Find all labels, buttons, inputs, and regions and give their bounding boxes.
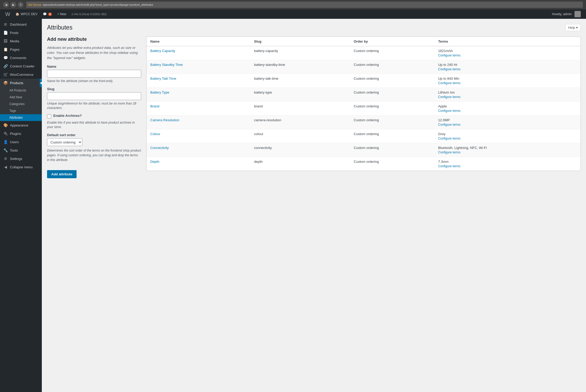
attr-name-link[interactable]: Connectivity bbox=[150, 146, 169, 150]
sidebar-item-plugins[interactable]: 🔌 Plugins bbox=[0, 129, 42, 138]
configure-terms-link[interactable]: Configure terms bbox=[438, 54, 460, 57]
configure-terms-link[interactable]: Configure terms bbox=[438, 109, 460, 113]
stats-text: 2.44s 8,341кв 0.0283s 98Q bbox=[71, 13, 106, 16]
sort-order-select[interactable]: Custom ordering Name Name (numeric) Term… bbox=[47, 138, 82, 146]
attr-slug-cell: brand bbox=[250, 101, 350, 115]
attr-name-link[interactable]: Camera Resolution bbox=[150, 118, 179, 122]
back-button[interactable]: ◀ bbox=[3, 2, 9, 8]
browser-nav[interactable]: ◀ ▶ ↻ bbox=[3, 2, 24, 8]
dashboard-icon: ⊞ bbox=[3, 22, 8, 26]
sidebar-item-comments[interactable]: 💬 Comments bbox=[0, 54, 42, 62]
attr-name-cell: Battery Standby Time bbox=[147, 60, 251, 74]
content-crawler-icon: 🔗 bbox=[3, 64, 8, 68]
attr-name-cell: Battery Talk Time bbox=[147, 74, 251, 88]
attr-terms-cell: 7.3mmConfigure terms bbox=[434, 157, 581, 171]
name-input[interactable] bbox=[47, 70, 141, 78]
sidebar-item-media[interactable]: 🖼 Media bbox=[0, 37, 42, 45]
sidebar-item-all-products[interactable]: All Products bbox=[0, 87, 42, 94]
wp-logo[interactable]: W bbox=[3, 11, 13, 17]
sidebar-item-users[interactable]: 👤 Users bbox=[0, 138, 42, 146]
attr-name-cell: Battery Capacity bbox=[147, 46, 251, 60]
terms-value: Up to 240 Hr bbox=[438, 63, 577, 67]
user-avatar bbox=[574, 11, 581, 17]
configure-terms-link[interactable]: Configure terms bbox=[438, 123, 460, 126]
sidebar-item-posts[interactable]: 📄 Posts bbox=[0, 28, 42, 37]
user-greeting[interactable]: Howdy, admin bbox=[549, 9, 583, 19]
sidebar-item-content-crawler[interactable]: 🔗 Content Crawler bbox=[0, 62, 42, 70]
howdy-text: Howdy, admin bbox=[552, 12, 572, 16]
attr-name-link[interactable]: Battery Type bbox=[150, 90, 169, 94]
configure-terms-link[interactable]: Configure terms bbox=[438, 137, 460, 140]
posts-icon: 📄 bbox=[3, 31, 8, 35]
sidebar-item-pages[interactable]: 📋 Pages bbox=[0, 45, 42, 54]
new-item[interactable]: + New bbox=[55, 9, 69, 19]
enable-archives-checkbox[interactable] bbox=[47, 114, 51, 118]
site-name: WPCC DEV bbox=[21, 12, 38, 16]
attr-slug-cell: battery-capacity bbox=[250, 46, 350, 60]
table-row: ColourcolourCustom orderingGreyConfigure… bbox=[147, 129, 581, 143]
pages-icon: 📋 bbox=[3, 47, 8, 51]
settings-icon: ⚙ bbox=[3, 157, 8, 161]
attr-name-link[interactable]: Battery Talk Time bbox=[150, 77, 176, 80]
attr-name-link[interactable]: Battery Capacity bbox=[150, 49, 175, 53]
sidebar-item-woocommerce[interactable]: 🛒 WooCommerce bbox=[0, 70, 42, 79]
add-attribute-button[interactable]: Add attribute bbox=[47, 170, 77, 178]
slug-label: Slug bbox=[47, 87, 141, 91]
attr-slug-cell: connectivity bbox=[250, 143, 350, 157]
site-name-item[interactable]: 🏠 WPCC DEV bbox=[13, 9, 40, 19]
sidebar-item-products[interactable]: 📦 Products ◀ bbox=[0, 79, 42, 87]
sort-order-field: Default sort order Custom ordering Name … bbox=[47, 133, 141, 162]
attr-name-cell: Connectivity bbox=[147, 143, 251, 157]
tools-icon: 🔧 bbox=[3, 148, 8, 152]
attr-name-link[interactable]: Depth bbox=[150, 160, 159, 164]
slug-note: Unique slug/reference for the attribute;… bbox=[47, 101, 141, 110]
attr-name-link[interactable]: Colour bbox=[150, 132, 160, 136]
terms-value: Apple bbox=[438, 104, 577, 108]
terms-value: 7.3mm bbox=[438, 160, 577, 164]
attr-order-cell: Custom ordering bbox=[350, 88, 434, 101]
sidebar-item-appearance[interactable]: 🎨 Appearance bbox=[0, 121, 42, 129]
sidebar-item-settings[interactable]: ⚙ Settings bbox=[0, 154, 42, 163]
refresh-button[interactable]: ↻ bbox=[18, 2, 24, 8]
help-button[interactable]: Help ▾ bbox=[565, 24, 581, 31]
comments-count: 0 bbox=[48, 13, 52, 16]
attr-terms-cell: Up to 240 HrConfigure terms bbox=[434, 60, 581, 74]
sidebar-item-add-new[interactable]: Add New bbox=[0, 94, 42, 101]
table-row: Battery Standby Timebattery-standby-time… bbox=[147, 60, 581, 74]
forward-button[interactable]: ▶ bbox=[10, 2, 16, 8]
attr-name-link[interactable]: Battery Standby Time bbox=[150, 63, 183, 67]
configure-terms-link[interactable]: Configure terms bbox=[438, 67, 460, 71]
comments-item[interactable]: 💬 0 bbox=[40, 9, 55, 19]
attr-slug-cell: camera-resolution bbox=[250, 115, 350, 129]
table-row: Battery Typebattery-typeCustom orderingL… bbox=[147, 88, 581, 101]
enable-archives-row: Enable Archives? bbox=[47, 114, 141, 118]
sidebar-item-dashboard[interactable]: ⊞ Dashboard bbox=[0, 20, 42, 28]
content-header: Attributes Help ▾ bbox=[42, 19, 586, 31]
attr-terms-cell: GreyConfigure terms bbox=[434, 129, 581, 143]
sidebar-label-woocommerce: WooCommerce bbox=[10, 73, 33, 77]
terms-value: Up to 840 Min bbox=[438, 77, 577, 80]
table-header-row: Name Slug Order by Terms bbox=[147, 37, 581, 46]
archives-field: Enable Archives? Enable this if you want… bbox=[47, 114, 141, 129]
url-text: wpcontentcrawler.test/wp-admin/edit.php?… bbox=[43, 3, 153, 6]
configure-terms-link[interactable]: Configure terms bbox=[438, 95, 460, 99]
col-name: Name bbox=[147, 37, 251, 46]
sidebar: ⊞ Dashboard 📄 Posts 🖼 Media 📋 Pages 💬 Co… bbox=[0, 19, 42, 392]
home-icon: 🏠 bbox=[15, 12, 19, 16]
sidebar-item-attributes[interactable]: Attributes bbox=[0, 114, 42, 121]
address-bar[interactable]: Not Secure wpcontentcrawler.test/wp-admi… bbox=[26, 2, 583, 8]
sidebar-item-tools[interactable]: 🔧 Tools bbox=[0, 146, 42, 154]
sidebar-item-collapse[interactable]: ◀ Collapse menu bbox=[0, 163, 42, 171]
slug-input[interactable] bbox=[47, 92, 141, 100]
configure-terms-link[interactable]: Configure terms bbox=[438, 81, 460, 85]
configure-terms-link[interactable]: Configure terms bbox=[438, 164, 460, 168]
configure-terms-link[interactable]: Configure terms bbox=[438, 151, 460, 154]
appearance-icon: 🎨 bbox=[3, 123, 8, 127]
sidebar-item-categories[interactable]: Categories bbox=[0, 101, 42, 107]
new-label: + New bbox=[57, 12, 66, 16]
sidebar-item-tags[interactable]: Tags bbox=[0, 107, 42, 114]
attr-name-link[interactable]: Brand bbox=[150, 104, 159, 108]
products-arrow-icon: ◀ bbox=[40, 79, 42, 87]
terms-value: Grey bbox=[438, 132, 577, 136]
table-row: ConnectivityconnectivityCustom orderingB… bbox=[147, 143, 581, 157]
